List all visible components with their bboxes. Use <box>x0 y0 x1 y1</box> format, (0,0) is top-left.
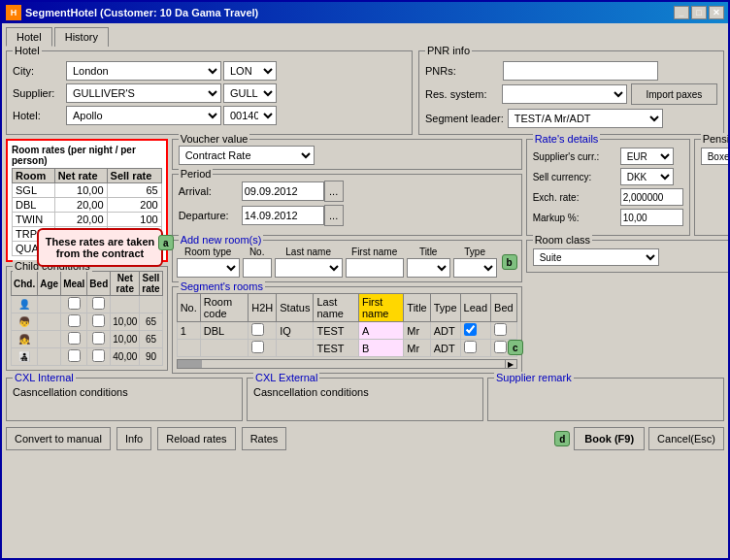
sell-currency-select[interactable]: DKK <box>620 168 674 185</box>
seg-col-h2h: H2H <box>249 294 277 322</box>
supplier-curr-select[interactable]: EUR <box>620 148 674 165</box>
cancel-button[interactable]: Cancel(Esc) <box>648 427 724 450</box>
city-label: City: <box>13 65 66 77</box>
first-name-input[interactable] <box>346 258 404 278</box>
reload-rates-button[interactable]: Reload rates <box>157 427 235 450</box>
supplier-curr-row: Supplier's curr.: EUR <box>533 148 683 165</box>
window-controls: _ □ ✕ <box>674 6 724 19</box>
seg-first-name-2: B <box>358 340 403 357</box>
seg-title-1: Mr <box>404 322 430 340</box>
departure-input[interactable] <box>242 206 324 225</box>
res-system-label: Res. system: <box>425 88 502 100</box>
city-select[interactable]: London <box>66 61 221 81</box>
hotel-section: Hotel City: London LON Supplier: GULLIVE… <box>6 50 413 135</box>
room-type-label: Room type <box>184 247 231 257</box>
pnrs-input[interactable] <box>503 61 658 81</box>
add-room-label: Add new room(s) <box>179 234 264 246</box>
title-select[interactable] <box>407 258 450 278</box>
seg-row-2: TEST B Mr ADT <box>177 340 516 357</box>
room-type-select[interactable] <box>177 258 240 278</box>
seg-row-1: 1 DBL IQ TEST A Mr ADT <box>177 322 516 340</box>
exch-rate-input[interactable] <box>620 188 683 206</box>
child-age-1 <box>38 296 61 313</box>
sell-currency-label: Sell currency: <box>533 172 620 182</box>
res-system-row: Res. system: Import paxes <box>425 83 717 105</box>
last-name-select[interactable] <box>275 258 343 278</box>
child-age-3 <box>38 331 61 348</box>
pension-box: Pension Boxed Breakfast included <box>694 139 730 236</box>
child-sell-1 <box>140 296 162 313</box>
departure-picker-button[interactable]: ... <box>324 205 344 226</box>
markup-row: Markup %: <box>533 209 683 226</box>
room-class-box: Room class Suite <box>526 240 730 273</box>
convert-manual-button[interactable]: Convert to manual <box>6 427 111 450</box>
book-button[interactable]: Book (F9) <box>574 427 645 450</box>
pnrs-row: PNRs: <box>425 61 717 81</box>
arrival-picker-button[interactable]: ... <box>324 181 344 202</box>
title-bar: H SegmentHotel (Customer: 10 Da Gama Tra… <box>2 2 728 23</box>
seg-col-title: Title <box>404 294 430 322</box>
tab-hotel[interactable]: Hotel <box>6 27 52 47</box>
tab-history[interactable]: History <box>54 27 109 47</box>
segment-leader-label: Segment leader: <box>425 113 504 124</box>
segments-label: Segment's rooms <box>179 280 265 292</box>
col-sell-rate: Sell rate <box>107 169 161 183</box>
seg-last-name-2: TEST <box>314 340 358 357</box>
cxl-internal-label: CXL Internal <box>13 372 76 383</box>
voucher-select[interactable]: Contract Rate <box>179 146 315 165</box>
child-icon-3: 👧 <box>12 331 38 348</box>
seg-col-lead: Lead <box>460 294 490 322</box>
hotel-select[interactable]: Apollo <box>66 106 221 125</box>
child-bed-4 <box>87 348 111 366</box>
res-system-select[interactable] <box>502 84 627 104</box>
col-net-rate: Net rate <box>111 272 140 296</box>
city-code-select[interactable]: LON <box>223 61 277 81</box>
supplier-curr-label: Supplier's curr.: <box>533 151 620 162</box>
room-class-select[interactable]: Suite <box>533 248 659 266</box>
hotel-label: Hotel: <box>13 110 66 121</box>
pnr-section: PNR info PNRs: Res. system: Import paxes… <box>418 50 724 135</box>
room-no-input[interactable] <box>243 258 272 278</box>
scroll-right[interactable]: ▶ <box>505 360 516 368</box>
col-meal: Meal <box>61 272 87 296</box>
badge-d: d <box>554 431 570 446</box>
info-button[interactable]: Info <box>116 427 151 450</box>
arrival-label: Arrival: <box>179 185 242 197</box>
footer-right: d Book (F9) Cancel(Esc) <box>554 427 724 450</box>
supplier-row: Supplier: GULLIVER'S GULLIV <box>13 83 406 103</box>
child-bed-1 <box>87 296 111 313</box>
hotel-code-select[interactable]: 001403 <box>223 106 277 125</box>
seg-lead-2 <box>460 340 490 357</box>
seg-title-2: Mr <box>404 340 430 357</box>
rates-details-box: Rate's details Supplier's curr.: EUR Sel… <box>526 139 690 236</box>
maximize-button[interactable]: □ <box>691 6 707 19</box>
footer-left: Convert to manual Info Reload rates Rate… <box>6 427 286 450</box>
supplier-code-select[interactable]: GULLIV <box>223 83 277 103</box>
rates-row: DBL20,00200 <box>13 198 162 213</box>
segments-scrollbar[interactable]: ▶ <box>177 359 517 369</box>
child-bed-2 <box>87 313 111 331</box>
segment-leader-select[interactable]: TEST/A Mr/ADT <box>508 109 663 128</box>
child-sell-3: 65 <box>140 331 162 348</box>
arrival-input[interactable] <box>242 181 324 201</box>
supplier-select[interactable]: GULLIVER'S <box>66 83 221 103</box>
supplier-label: Supplier: <box>13 87 66 99</box>
pension-select[interactable]: Boxed Breakfast included <box>701 148 730 165</box>
col-age: Age <box>38 272 61 296</box>
child-sell-4: 90 <box>140 348 162 366</box>
child-meal-3 <box>61 331 87 348</box>
rates-row: TWIN20,00100 <box>13 213 162 227</box>
minimize-button[interactable]: _ <box>674 6 689 19</box>
badge-a: a <box>158 235 174 250</box>
rates-button[interactable]: Rates <box>242 427 287 450</box>
col-room: Room <box>13 169 55 183</box>
close-button[interactable]: ✕ <box>709 6 724 19</box>
import-paxes-button[interactable]: Import paxes <box>631 83 717 105</box>
seg-h2h-2 <box>249 340 277 357</box>
type-select[interactable] <box>453 258 497 278</box>
cxl-external-box: CXL External Casncellation conditions <box>247 378 483 421</box>
markup-input[interactable] <box>620 209 683 226</box>
pnr-section-label: PNR info <box>425 45 472 56</box>
last-name-label: Last name <box>285 247 331 257</box>
seg-col-no: No. <box>177 294 200 322</box>
